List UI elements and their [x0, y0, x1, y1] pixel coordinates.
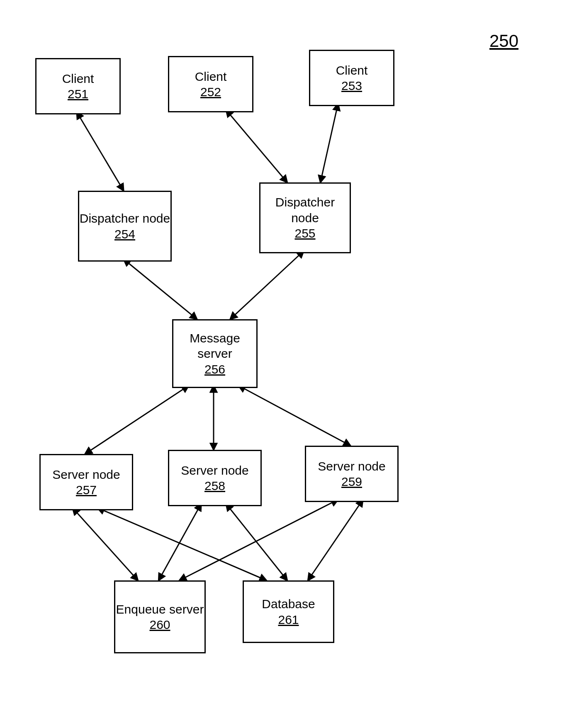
- node-number: 257: [76, 482, 97, 498]
- node-number: 255: [294, 226, 315, 241]
- node-server-259: Server node 259: [305, 446, 399, 502]
- edge-msg256-srv259: [238, 386, 350, 446]
- node-label: Client: [195, 69, 227, 85]
- edge-srv257-db261: [97, 508, 267, 580]
- node-number: 252: [200, 84, 221, 100]
- node-message-server-256: Message server 256: [172, 319, 258, 388]
- node-label: Server node: [52, 467, 120, 483]
- diagram-canvas: 250 Client 251 Client 252 Client 253 Dis…: [0, 0, 562, 728]
- edge-disp254-msg256: [124, 259, 197, 319]
- node-number: 259: [341, 474, 362, 490]
- node-label: Database: [262, 596, 315, 612]
- edge-client251-disp254: [77, 112, 124, 191]
- node-label: Server node: [318, 459, 385, 474]
- node-client-251: Client 251: [35, 58, 121, 114]
- node-number: 258: [204, 478, 225, 494]
- edge-srv259-db261: [308, 500, 363, 580]
- node-enqueue-server-260: Enqueue server 260: [114, 580, 206, 653]
- node-number: 256: [204, 362, 225, 377]
- node-label: Message server: [173, 330, 256, 362]
- figure-label: 250: [489, 31, 518, 51]
- node-label: Client: [336, 63, 368, 78]
- node-server-258: Server node 258: [168, 450, 262, 506]
- edge-srv258-db261: [226, 504, 287, 580]
- node-label: Enqueue server: [116, 602, 204, 617]
- node-database-261: Database 261: [243, 580, 334, 643]
- node-number: 253: [341, 78, 362, 94]
- node-number: 254: [114, 226, 135, 242]
- node-client-253: Client 253: [309, 50, 394, 106]
- edge-client253-disp255: [321, 104, 338, 182]
- node-label: Client: [62, 71, 94, 87]
- node-server-257: Server node 257: [39, 454, 133, 510]
- edge-disp255-msg256: [230, 251, 304, 319]
- node-number: 251: [68, 86, 88, 102]
- node-dispatcher-255: Dispatcher node 255: [259, 182, 351, 253]
- node-number: 261: [278, 612, 299, 628]
- node-number: 260: [149, 617, 170, 633]
- edge-msg256-srv257: [85, 386, 189, 454]
- edge-srv258-enq260: [159, 504, 202, 580]
- edge-srv257-enq260: [73, 508, 138, 580]
- node-label: Dispatcher node: [260, 194, 350, 226]
- node-dispatcher-254: Dispatcher node 254: [78, 191, 172, 262]
- node-label: Server node: [181, 463, 248, 478]
- edge-client252-disp255: [226, 110, 287, 182]
- node-label: Dispatcher node: [80, 211, 170, 226]
- edge-srv259-enq260: [180, 500, 338, 580]
- node-client-252: Client 252: [168, 56, 253, 112]
